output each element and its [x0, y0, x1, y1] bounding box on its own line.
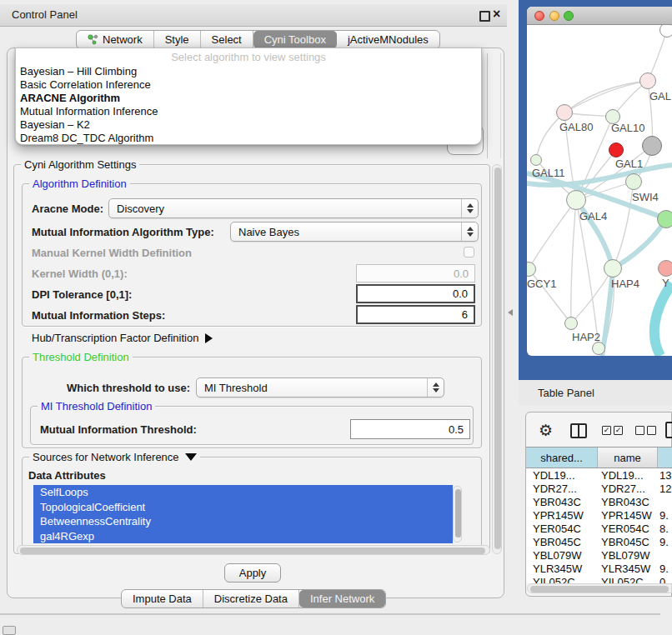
- column-header-name[interactable]: name: [598, 448, 658, 468]
- table-row[interactable]: YER054C YER054C 8.: [526, 522, 672, 535]
- table-row[interactable]: YBR043C YBR043C: [526, 495, 672, 508]
- hidden-panel-border: [500, 53, 501, 158]
- network-node[interactable]: [556, 104, 573, 121]
- kernel-width-input[interactable]: 0.0: [356, 264, 475, 282]
- column-header-partial[interactable]: [658, 448, 672, 468]
- cell-shared-name: YPR145W: [526, 509, 598, 522]
- tab-jactivemnodules[interactable]: jActiveMNodules: [337, 31, 439, 48]
- collapse-arrow-icon[interactable]: [185, 453, 197, 461]
- cell-shared-name: YBR043C: [526, 496, 598, 508]
- network-canvas[interactable]: GALGAL80GAL10GAL11GAL1GAL4SWI4GCY1HAP4YH…: [527, 25, 672, 356]
- attributes-vertical-scrollbar[interactable]: [453, 486, 462, 542]
- checked-checkbox-icon[interactable]: ✓: [614, 426, 623, 435]
- network-node-label: GAL1: [615, 158, 643, 170]
- network-node[interactable]: [639, 72, 656, 89]
- zoom-traffic-light[interactable]: [564, 11, 574, 21]
- unchecked-checkbox-icon[interactable]: [647, 426, 656, 435]
- data-attribute-item[interactable]: SelfLoops: [33, 485, 453, 500]
- cyni-bottom-tabbar: Impute Data Discretize Data Infer Networ…: [121, 589, 386, 608]
- settings-horizontal-scrollbar[interactable]: [17, 545, 490, 555]
- network-window: GALGAL80GAL10GAL11GAL1GAL4SWI4GCY1HAP4YH…: [527, 7, 672, 356]
- table-horizontal-scrollbar[interactable]: [527, 583, 672, 593]
- algorithm-option[interactable]: Bayesian – K2: [16, 118, 481, 132]
- close-icon[interactable]: ×: [493, 7, 500, 22]
- network-node[interactable]: [625, 173, 642, 190]
- settings-scrollbar-thumb[interactable]: [494, 168, 501, 549]
- network-node[interactable]: [658, 260, 672, 277]
- cell-name: YBL079W: [598, 549, 658, 562]
- float-window-icon[interactable]: [479, 11, 490, 22]
- gear-icon[interactable]: ⚙: [539, 422, 553, 438]
- minimize-traffic-light[interactable]: [549, 11, 559, 21]
- data-attributes-label: Data Attributes: [28, 469, 106, 482]
- data-attribute-item[interactable]: gal4RGexp: [33, 529, 453, 544]
- algorithm-option[interactable]: Dream8 DC_TDC Algorithm: [16, 132, 481, 145]
- apply-button[interactable]: Apply: [224, 563, 281, 582]
- settings-group-title: Cyni Algorithm Settings: [21, 158, 139, 171]
- table-row[interactable]: YIL052C YIL052C 0.: [526, 575, 672, 583]
- dpi-tolerance-input[interactable]: 0.0: [356, 284, 475, 303]
- algorithm-option[interactable]: Mutual Information Inference: [16, 105, 481, 118]
- network-node[interactable]: [604, 259, 622, 278]
- bottom-divider: [0, 613, 660, 615]
- cell-shared-name: YER054C: [526, 522, 598, 535]
- network-node[interactable]: [527, 262, 536, 277]
- algorithm-option[interactable]: Bayesian – Hill Climbing: [16, 65, 481, 78]
- cell-name: YIL052C: [598, 576, 658, 584]
- split-columns-icon[interactable]: [570, 423, 587, 438]
- network-node[interactable]: [659, 25, 672, 38]
- tab-style[interactable]: Style: [154, 31, 201, 48]
- sources-group-title[interactable]: Sources for Network Inference: [29, 451, 200, 463]
- mi-threshold-input[interactable]: 0.5: [350, 419, 470, 439]
- mi-steps-input[interactable]: 6: [356, 305, 475, 324]
- network-node[interactable]: [642, 136, 662, 156]
- network-node[interactable]: [530, 154, 542, 166]
- column-header-shared-name[interactable]: shared...: [526, 448, 598, 468]
- tab-impute-data[interactable]: Impute Data: [122, 590, 203, 608]
- tab-select[interactable]: Select: [201, 31, 253, 48]
- checked-checkbox-icon[interactable]: ✓: [602, 426, 611, 435]
- table-row[interactable]: YPR145W YPR145W 9.: [526, 508, 672, 522]
- table-row[interactable]: YLR345W YLR345W 9.: [526, 562, 672, 575]
- algorithm-option[interactable]: Basic Correlation Inference: [16, 78, 481, 92]
- network-node[interactable]: [609, 142, 624, 158]
- tab-network[interactable]: Network: [77, 31, 154, 48]
- tab-infer-network[interactable]: Infer Network: [299, 590, 385, 608]
- cell-value: 13: [658, 469, 672, 482]
- table-row[interactable]: YBL079W YBL079W: [526, 548, 672, 562]
- network-node[interactable]: [657, 210, 672, 228]
- table-row[interactable]: YDL19... YDL19... 13: [526, 468, 672, 482]
- hub-definition-section[interactable]: Hub/Transcription Factor Definition: [32, 332, 213, 344]
- settings-vertical-scrollbar[interactable]: [492, 164, 502, 554]
- table-header-row: shared... name: [526, 447, 672, 468]
- network-node-label: GAL80: [559, 121, 593, 133]
- mi-type-combo[interactable]: Naive Bayes: [230, 222, 479, 242]
- table-row[interactable]: YBR045C YBR045C 9.: [526, 535, 672, 548]
- network-node[interactable]: [592, 342, 605, 355]
- control-panel-title: Control Panel: [12, 8, 78, 21]
- expand-arrow-icon[interactable]: [205, 333, 213, 343]
- data-attribute-item[interactable]: TopologicalCoefficient: [33, 500, 453, 515]
- algorithm-option[interactable]: ARACNE Algorithm: [16, 92, 481, 105]
- tab-cyni-toolbox[interactable]: Cyni Toolbox: [253, 31, 337, 48]
- cell-name: YBR043C: [598, 496, 658, 508]
- cell-value: 0.: [658, 576, 672, 584]
- manual-kernel-checkbox[interactable]: [464, 247, 474, 258]
- tab-network-label: Network: [103, 33, 143, 46]
- close-traffic-light[interactable]: [534, 11, 544, 21]
- data-attribute-item[interactable]: BetweennessCentrality: [33, 514, 453, 529]
- export-table-icon[interactable]: [665, 422, 672, 438]
- unchecked-checkbox-icon[interactable]: [635, 426, 644, 435]
- tab-discretize-data[interactable]: Discretize Data: [203, 590, 299, 608]
- splitter-collapse-icon[interactable]: [508, 309, 513, 316]
- network-node[interactable]: [564, 317, 578, 330]
- dpi-tolerance-label: DPI Tolerance [0,1]:: [32, 288, 132, 301]
- network-node[interactable]: [566, 190, 586, 210]
- data-attributes-list[interactable]: SelfLoopsTopologicalCoefficientBetweenne…: [33, 485, 453, 543]
- threshold-definition-title: Threshold Definition: [29, 351, 133, 363]
- which-threshold-combo[interactable]: MI Threshold: [196, 378, 444, 398]
- aracne-mode-combo[interactable]: Discovery: [108, 198, 479, 218]
- table-row[interactable]: YDR27... YDR27... 12: [526, 482, 672, 495]
- mi-steps-label: Mutual Information Steps:: [32, 309, 165, 322]
- bottom-corner-button[interactable]: [3, 626, 16, 635]
